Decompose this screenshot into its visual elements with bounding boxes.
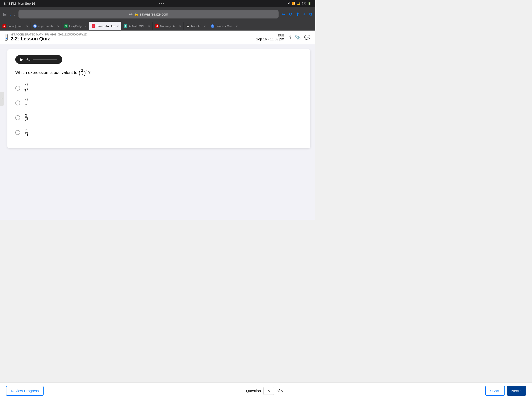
- rewind-icon[interactable]: ↺10: [26, 57, 30, 61]
- assignment-right: DUE Sep 16 - 11:59 pm ℹ 📎 💬: [256, 34, 310, 41]
- tab-ralph-label: ralph macchi...: [38, 25, 56, 28]
- question-exponent: 3: [86, 70, 87, 73]
- question-text-after: ?: [88, 70, 90, 75]
- choice-content-c: 2 73: [24, 113, 29, 122]
- back-button[interactable]: ‹: [10, 12, 11, 17]
- close-tab-savvas[interactable]: ✕: [117, 25, 119, 28]
- tab-portal-label: Portal | Stud...: [7, 25, 25, 28]
- assignment-info: M/J ACCELERATED MATH_PR_0101_(2621120505…: [11, 33, 87, 42]
- dot3: [163, 3, 164, 4]
- choice-content-d: 6 21: [24, 128, 29, 137]
- question-text-before: Which expression is equivalent to: [15, 70, 77, 75]
- tab-mathai-label: Math AI: [191, 25, 200, 28]
- dot1: [159, 3, 160, 4]
- due-date: Sep 16 - 11:59 pm: [256, 37, 284, 41]
- choice-b-fraction: 23 7: [24, 98, 28, 108]
- aimath-favicon: A: [124, 24, 127, 28]
- close-tab-mathai[interactable]: ✕: [204, 25, 206, 28]
- answer-choice-b[interactable]: 23 7: [15, 98, 302, 108]
- font-size-icon: AA: [129, 13, 133, 16]
- browser-controls: ⊞ ‹ ›: [3, 12, 16, 17]
- big-paren-right: ): [84, 70, 86, 76]
- close-tab-ralph[interactable]: ✕: [57, 25, 59, 28]
- status-battery: 1%: [302, 2, 306, 5]
- question-fraction: 27: [81, 68, 83, 77]
- tab-mathway[interactable]: M Mathway | Al... ✕: [153, 22, 184, 31]
- radio-c[interactable]: [15, 115, 20, 120]
- status-battery-icon: 🔋: [308, 2, 311, 5]
- tab-mathai[interactable]: ◉ Math AI ✕: [184, 22, 208, 31]
- tabs-button[interactable]: ⧉: [309, 12, 312, 17]
- tab-savvas[interactable]: ✕ Savvas Realize ✕: [89, 22, 121, 31]
- status-moon-icon: 🌙: [297, 2, 300, 5]
- tab-ralph[interactable]: G ralph macchi... ✕: [31, 22, 62, 31]
- tab-mathway-label: Mathway | Al...: [160, 25, 178, 28]
- due-label: DUE: [256, 34, 284, 37]
- content-area: ‹ M/J ACCELERATED MATH_PR_0101_(26211205…: [0, 31, 315, 220]
- close-tab-aimath[interactable]: ✕: [148, 25, 150, 28]
- comment-icon[interactable]: 💬: [304, 34, 310, 40]
- radio-d[interactable]: [15, 130, 20, 135]
- ralph-favicon: G: [33, 24, 37, 28]
- address-bar[interactable]: AA 🔒 savvasrealize.com: [18, 10, 279, 18]
- tab-easybridge-label: EasyBridge: [69, 25, 83, 28]
- info-icon[interactable]: ℹ: [289, 34, 291, 40]
- play-icon[interactable]: ▶: [20, 57, 23, 62]
- choice-content-a: 23 73: [24, 83, 29, 93]
- fraction-numerator: 2: [81, 68, 83, 73]
- mathai-favicon: ◉: [186, 24, 190, 28]
- status-bar: 8:48 PM Mon Sep 16 ☀ 📶 🌙 1% 🔋: [0, 0, 315, 7]
- attachment-icon[interactable]: 📎: [295, 34, 301, 40]
- choice-a-fraction: 23 73: [24, 83, 28, 93]
- status-time: 8:48 PM: [4, 2, 16, 5]
- assignment-title: 2-2: Lesson Quiz: [11, 36, 87, 42]
- close-tab-column[interactable]: ✕: [236, 25, 238, 28]
- upload-button[interactable]: ⬆: [296, 12, 299, 17]
- choice-content-b: 23 7: [24, 98, 29, 108]
- sidebar-toggle-button[interactable]: ⊞: [3, 12, 7, 17]
- tab-aimath[interactable]: A AI Math GPT... ✕: [121, 22, 153, 31]
- new-tab-button[interactable]: +: [303, 12, 306, 17]
- radio-b[interactable]: [15, 100, 20, 105]
- big-paren-left: (: [79, 70, 80, 76]
- tab-aimath-label: AI Math GPT...: [129, 25, 147, 28]
- mathway-favicon: M: [155, 24, 159, 28]
- radio-a[interactable]: [15, 86, 20, 91]
- breadcrumb: M/J ACCELERATED MATH_PR_0101_(2621120505…: [11, 33, 87, 36]
- tabs-bar: A Portal | Stud... ✕ G ralph macchi... ✕…: [0, 22, 315, 31]
- quiz-card: ▶ ↺10 Which expression is equivalent to …: [7, 49, 310, 148]
- assignment-header: ‹ M/J ACCELERATED MATH_PR_0101_(26211205…: [0, 31, 315, 44]
- tab-portal[interactable]: A Portal | Stud... ✕: [0, 22, 31, 31]
- savvas-favicon: ✕: [92, 24, 95, 28]
- choice-c-fraction: 2 73: [24, 113, 28, 122]
- answer-choice-d[interactable]: 6 21: [15, 128, 302, 137]
- due-info: DUE Sep 16 - 11:59 pm: [256, 34, 284, 41]
- side-arrow[interactable]: ›: [0, 92, 4, 106]
- fraction-denominator: 7: [81, 73, 83, 77]
- progress-bar[interactable]: [33, 59, 57, 60]
- url-text: savvasrealize.com: [140, 12, 168, 16]
- tab-column[interactable]: G column - Goo... ✕: [208, 22, 240, 31]
- tab-easybridge[interactable]: S EasyBridge ✕: [62, 22, 89, 31]
- assignment-left: ‹ M/J ACCELERATED MATH_PR_0101_(26211205…: [5, 33, 87, 42]
- close-tab-easybridge[interactable]: ✕: [84, 25, 86, 28]
- tab-column-label: column - Goo...: [216, 25, 234, 28]
- forward-button[interactable]: ›: [14, 12, 16, 17]
- answer-choice-a[interactable]: 23 73: [15, 83, 302, 93]
- close-tab-portal[interactable]: ✕: [26, 25, 28, 28]
- answer-choice-c[interactable]: 2 73: [15, 113, 302, 122]
- header-icons: ℹ 📎 💬: [289, 34, 310, 40]
- media-player[interactable]: ▶ ↺10: [15, 55, 62, 64]
- reload-button[interactable]: ↻: [289, 12, 292, 17]
- choice-d-fraction: 6 21: [24, 128, 29, 137]
- status-sun-icon: ☀: [287, 2, 290, 5]
- close-tab-mathway[interactable]: ✕: [179, 25, 181, 28]
- assignment-back-button[interactable]: ‹: [5, 34, 8, 41]
- share-to-button[interactable]: ↪: [282, 12, 285, 17]
- quiz-wrapper: › ▶ ↺10 Which expression is equivalent t…: [0, 44, 315, 153]
- easybridge-favicon: S: [64, 24, 68, 28]
- status-day: Mon Sep 16: [18, 2, 35, 5]
- column-favicon: G: [211, 24, 214, 28]
- dot2: [161, 3, 162, 4]
- browser-actions: ↪ ↻ ⬆ + ⧉: [282, 12, 312, 17]
